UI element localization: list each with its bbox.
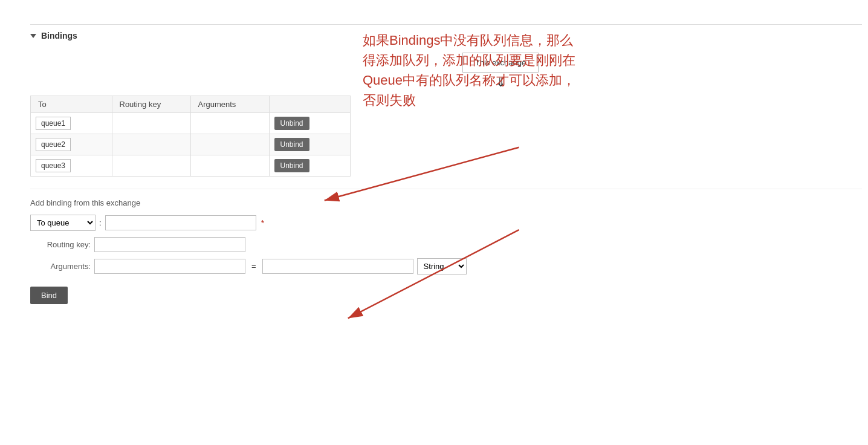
unbind-button[interactable]: Unbind [274, 138, 309, 151]
collapse-icon[interactable] [30, 34, 36, 38]
queue-cell: queue3 [31, 155, 112, 177]
form-routing-key-row: Routing key: [30, 237, 862, 252]
arguments-cell [190, 155, 269, 177]
action-cell: Unbind [269, 113, 351, 134]
routing-key-label: Routing key: [30, 240, 91, 249]
action-cell: Unbind [269, 155, 351, 177]
unbind-button[interactable]: Unbind [274, 117, 309, 130]
col-header-arguments: Arguments [190, 96, 269, 113]
queue-label: queue1 [36, 117, 71, 130]
arguments-key-input[interactable] [94, 259, 245, 274]
col-header-to: To [31, 96, 112, 113]
queue-name-input[interactable] [105, 215, 256, 230]
colon-label: : [99, 218, 102, 227]
action-cell: Unbind [269, 134, 351, 155]
queue-label: queue3 [36, 159, 71, 172]
arguments-value-input[interactable] [262, 259, 413, 274]
bindings-title: Bindings [41, 31, 77, 41]
bind-button[interactable]: Bind [30, 287, 68, 304]
to-queue-select[interactable]: To queue To exchange [30, 215, 96, 231]
col-header-routing-key: Routing key [112, 96, 190, 113]
form-arguments-row: Arguments: = String Number Boolean [30, 258, 862, 274]
col-header-action [269, 96, 351, 113]
add-binding-label: Add binding from this exchange [30, 198, 862, 207]
table-row: queue1Unbind [31, 113, 351, 134]
table-row: queue2Unbind [31, 134, 351, 155]
arguments-cell [190, 113, 269, 134]
routing-key-cell [112, 113, 190, 134]
annotation-text: 如果Bindings中没有队列信息，那么 得添加队列，添加的队列要是刚刚在 Qu… [363, 30, 713, 110]
section-divider [30, 189, 862, 189]
queue-label: queue2 [36, 138, 71, 151]
bindings-table: To Routing key Arguments queue1Unbindque… [30, 96, 351, 177]
routing-key-input[interactable] [94, 237, 245, 252]
table-row: queue3Unbind [31, 155, 351, 177]
annotation-container: 如果Bindings中没有队列信息，那么 得添加队列，添加的队列要是刚刚在 Qu… [363, 30, 713, 110]
arguments-cell [190, 134, 269, 155]
required-star: * [261, 218, 264, 228]
unbind-button[interactable]: Unbind [274, 159, 309, 172]
arguments-type-select[interactable]: String Number Boolean [417, 258, 467, 274]
queue-cell: queue2 [31, 134, 112, 155]
queue-cell: queue1 [31, 113, 112, 134]
equals-sign: = [251, 262, 256, 271]
form-to-row: To queue To exchange : * [30, 215, 862, 231]
arguments-label: Arguments: [30, 262, 91, 271]
routing-key-cell [112, 155, 190, 177]
routing-key-cell [112, 134, 190, 155]
